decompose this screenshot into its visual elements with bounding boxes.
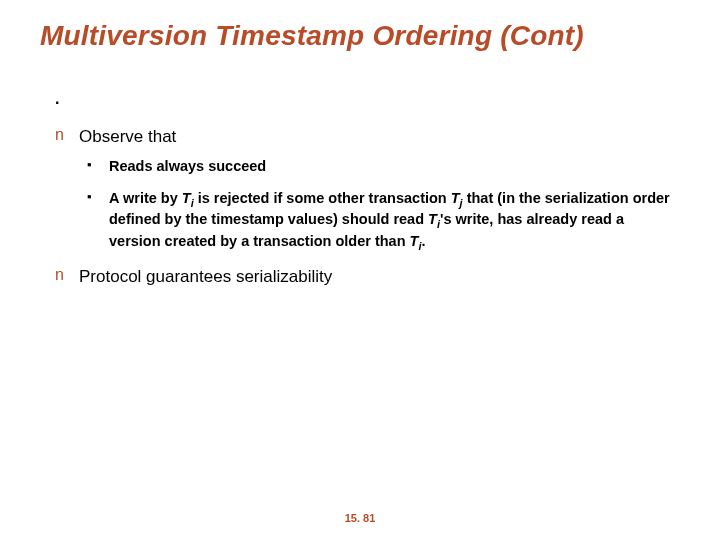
sub-list-item-text: Reads always succeed — [109, 157, 680, 177]
sub-list: ▪ Reads always succeed ▪ A write by Ti i… — [87, 157, 680, 253]
slide-content: . n Observe that ▪ Reads always succeed … — [55, 90, 680, 297]
sub-list-item: ▪ Reads always succeed — [87, 157, 680, 177]
list-item-text: Observe that — [79, 126, 680, 147]
bullet-n-icon: n — [55, 126, 79, 144]
page-number: 15. 81 — [0, 512, 720, 524]
list-item-text: Protocol guarantees serializability — [79, 266, 680, 287]
slide: Multiversion Timestamp Ordering (Cont) .… — [0, 0, 720, 540]
list-item: n Observe that — [55, 126, 680, 147]
bullet-square-icon: ▪ — [87, 189, 109, 206]
slide-title: Multiversion Timestamp Ordering (Cont) — [40, 20, 700, 52]
sub-list-item: ▪ A write by Ti is rejected if some othe… — [87, 189, 680, 254]
sub-list-item-text: A write by Ti is rejected if some other … — [109, 189, 680, 254]
bullet-square-icon: ▪ — [87, 157, 109, 174]
list-item: n Protocol guarantees serializability — [55, 266, 680, 287]
leading-dot: . — [55, 90, 680, 108]
bullet-n-icon: n — [55, 266, 79, 284]
